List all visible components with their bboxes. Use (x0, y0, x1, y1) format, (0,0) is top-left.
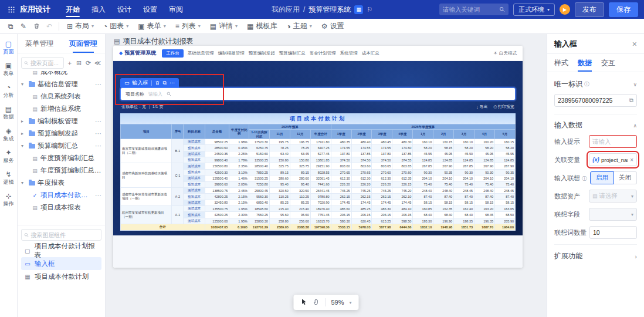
rail-item-logic[interactable]: ↯逻辑 (0, 168, 18, 190)
tab-页面管理[interactable]: 页面管理 (62, 34, 106, 53)
print-action[interactable]: ⎙打印预览 (493, 104, 514, 110)
zoom-level[interactable]: 59% (331, 299, 344, 306)
chevron-down-icon[interactable]: ▾ (350, 300, 352, 305)
rail-item-form[interactable]: ▣表单 (0, 59, 18, 81)
tree-item[interactable]: ▾预算编制汇总⋯ (18, 140, 105, 152)
tree-item[interactable]: ✓项目成本付款计划报表⋯ (18, 189, 105, 201)
inspector-tab-数据[interactable]: 数据 (578, 54, 592, 72)
tab-菜单管理[interactable]: 菜单管理 (18, 34, 62, 53)
undo-icon[interactable]: ↶ (43, 21, 55, 32)
tree-item[interactable]: ▤项目成本报表 (18, 201, 105, 214)
app-grid-icon[interactable] (6, 4, 16, 15)
tree-item[interactable]: ▾年度报表 (18, 177, 105, 189)
more-icon[interactable]: ⋯ (95, 142, 101, 150)
clear-variable-icon[interactable]: × (630, 157, 633, 163)
hand-tool-icon[interactable] (313, 298, 320, 306)
rail-item-service[interactable]: ✦服务 (0, 146, 18, 168)
caret-icon[interactable]: ▾ (21, 143, 26, 149)
delete-icon[interactable] (30, 21, 42, 32)
collapse-panel-icon[interactable]: ≪ (94, 59, 101, 67)
page-search-input[interactable] (30, 60, 62, 66)
assoc-field-select[interactable]: ▾ (589, 208, 637, 221)
tree-item[interactable]: ▤信息系统列表 (18, 90, 105, 103)
hint-input-field[interactable] (592, 138, 633, 145)
data-asset-select[interactable]: ▤ 请选择 ▾ (589, 190, 637, 203)
tool-layout[interactable]: ⊞布局▾ (63, 20, 98, 32)
preview-nav-tab[interactable]: 编制模板管理 (218, 50, 245, 56)
layer-search-input[interactable] (30, 232, 99, 238)
rail-item-analysis[interactable]: ◔分析 (0, 81, 18, 103)
menu-item[interactable]: 审阅 (163, 0, 189, 19)
menu-item[interactable]: 设计 (111, 0, 137, 19)
chevron-down-icon[interactable]: ∨ (633, 82, 637, 87)
app-badge-icon[interactable]: ▦ (354, 5, 363, 14)
copy-icon[interactable]: ⧉ (5, 21, 16, 32)
save-button[interactable]: 保存 (609, 2, 638, 17)
delete-icon[interactable] (155, 80, 160, 86)
variable-binding-field[interactable]: {x} project_name_a × (589, 153, 637, 166)
assoc-enable-button[interactable]: 启用 (590, 171, 614, 184)
tree-item[interactable]: ▤年度预算编制汇总-详... (18, 164, 105, 177)
preview-nav-tab[interactable]: 资金计划管理 (310, 50, 336, 56)
tool-settings[interactable]: ⚙设置 (317, 20, 348, 32)
more-icon[interactable]: ⋯ (95, 130, 101, 137)
rail-item-integration[interactable]: ◈集成 (0, 124, 18, 146)
menu-item[interactable]: 插入 (86, 0, 111, 19)
caret-icon[interactable]: ▸ (21, 131, 26, 136)
tool-detail[interactable]: ▤详情▾ (206, 20, 242, 32)
rail-item-operation[interactable]: ⊹操作 (0, 190, 18, 211)
preview-nav-tab[interactable]: 成本汇总 (362, 50, 379, 56)
run-preview-button[interactable]: ▶ (560, 4, 570, 15)
outline-item[interactable]: ▢项目成本付款计划报表 (21, 244, 101, 257)
caret-icon[interactable]: ▸ (21, 119, 26, 124)
copy-icon[interactable]: ⧉ (629, 97, 633, 104)
rail-item-page[interactable]: ▢页面 (0, 38, 18, 59)
project-name-search-input[interactable]: 项目名称 请输入 (120, 87, 516, 100)
tree-item[interactable]: ▾基础信息管理⋯ (18, 78, 105, 90)
tree-item[interactable]: ▤年度预算编制汇总 (18, 152, 105, 164)
unique-id-section-header[interactable]: 唯一标识 ⓘ ∨ (554, 79, 637, 89)
caret-icon[interactable]: ▾ (21, 180, 26, 186)
tool-theme[interactable]: ◑主题▾ (282, 20, 316, 32)
extension-section-header[interactable]: 扩展功能 › (554, 244, 637, 261)
more-icon[interactable]: ⋯ (95, 191, 101, 199)
tool-form[interactable]: ▣表单▾ (134, 20, 170, 32)
count-input[interactable] (589, 226, 637, 239)
topbar-search[interactable] (439, 4, 509, 15)
tree-item[interactable]: ▤新增信息系统 (18, 103, 105, 115)
tool-template[interactable]: ▦模板库 (243, 20, 281, 32)
caret-icon[interactable]: ▾ (21, 82, 26, 87)
more-icon[interactable]: ⋯ (95, 117, 101, 125)
tree-item[interactable]: ▸预算编制发起⋯ (18, 127, 105, 140)
close-icon[interactable]: × (632, 39, 637, 49)
preview-nav-tab[interactable]: 预算编制汇总 (279, 50, 306, 56)
preview-artboard[interactable]: ◆ 预算管理系统 工作台基础信息管理编制模板管理预算编制发起预算编制汇总资金计划… (113, 46, 523, 268)
publish-button[interactable]: 发布 (575, 2, 604, 17)
menu-item[interactable]: 设置 (137, 0, 163, 19)
unique-id-field[interactable]: 2389567080097225 ⧉ (554, 94, 637, 107)
day-mode-toggle[interactable]: ☀ 白天模式 (493, 50, 517, 56)
environment-selector[interactable]: 正式环境 ▾ (513, 4, 555, 16)
add-page-icon[interactable]: ＋ (66, 59, 73, 68)
assoc-disable-button[interactable]: 关闭 (614, 171, 637, 184)
tool-list[interactable]: ≡列表▾ (171, 20, 205, 32)
download-action[interactable]: ↓导出 (476, 104, 488, 110)
preview-nav-tab[interactable]: 工作台 (162, 49, 184, 58)
refresh-icon[interactable]: ⟳ (84, 59, 92, 67)
search-icon[interactable] (499, 6, 505, 12)
outline-item[interactable]: ▦项目成本付款计划 (21, 270, 101, 283)
cursor-tool-icon[interactable] (300, 298, 307, 306)
inspector-tab-交互[interactable]: 交互 (601, 54, 615, 72)
breadcrumb-parent[interactable]: 我的应用 (272, 5, 300, 15)
preview-nav-tab[interactable]: 基础信息管理 (188, 50, 214, 56)
more-icon[interactable]: ⋯ (95, 80, 101, 88)
topbar-search-input[interactable] (443, 6, 497, 13)
add-folder-icon[interactable]: ⊞ (75, 59, 83, 67)
input-data-section-header[interactable]: 输入数据 ∧ (554, 114, 637, 130)
copy-icon[interactable]: ⧉ (163, 80, 167, 86)
selected-component-chip[interactable]: ▭ 输入框 ⧉ ⋯ (120, 78, 179, 87)
tool-chart[interactable]: ◔图表▾ (99, 20, 133, 32)
edit-icon[interactable]: ✎ (18, 21, 29, 32)
preview-nav-tab[interactable]: 预算编制发起 (249, 50, 275, 56)
inspector-tab-样式[interactable]: 样式 (554, 54, 568, 72)
